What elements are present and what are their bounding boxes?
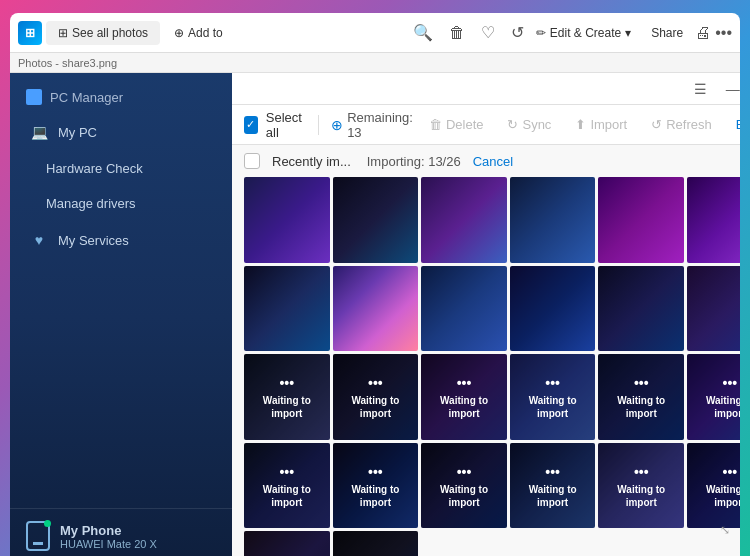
waiting-overlay: •••Waiting toimport bbox=[421, 443, 507, 529]
waiting-overlay: •••Waiting toimport bbox=[510, 443, 596, 529]
list-item[interactable] bbox=[244, 177, 330, 263]
refresh-icon: ↺ bbox=[651, 117, 662, 132]
sidebar: PC Manager 💻 My PC Hardware Check Manage… bbox=[10, 73, 232, 556]
gallery-section-label: Recently im... bbox=[272, 154, 351, 169]
delete-icon[interactable]: 🗑 bbox=[449, 24, 465, 42]
list-item[interactable] bbox=[510, 177, 596, 263]
gallery-select-checkbox[interactable] bbox=[244, 153, 260, 169]
list-item[interactable] bbox=[598, 266, 684, 352]
content-area: ☰ — ✕ ✓ Select all ⊕ Remaining: 13 bbox=[232, 73, 740, 556]
hamburger-menu-icon[interactable]: ☰ bbox=[689, 77, 713, 101]
list-item[interactable] bbox=[421, 177, 507, 263]
more-options-icon[interactable]: ••• bbox=[715, 24, 732, 42]
sync-button[interactable]: ↻ Sync bbox=[499, 113, 559, 136]
list-item[interactable]: •••Waiting toimport bbox=[421, 443, 507, 529]
chevron-down-icon: ▾ bbox=[625, 26, 631, 40]
see-all-button[interactable]: ⊞ See all photos bbox=[46, 21, 160, 45]
phone-icon: ▬ bbox=[26, 521, 50, 551]
sidebar-item-my-services[interactable]: ♥ My Services bbox=[10, 221, 232, 259]
refresh-button[interactable]: ↺ Refresh bbox=[643, 113, 720, 136]
delete-button[interactable]: 🗑 Delete bbox=[421, 113, 492, 136]
select-all-checkbox[interactable]: ✓ bbox=[244, 116, 258, 134]
photos-toolbar: ⊞ ⊞ See all photos ⊕ Add to 🔍 🗑 ♡ ↺ ✏ Ed… bbox=[10, 13, 740, 53]
sidebar-item-hardware-check[interactable]: Hardware Check bbox=[10, 151, 232, 186]
list-item[interactable]: •••Waiting toimport bbox=[598, 443, 684, 529]
waiting-overlay: •••Waiting toimport bbox=[687, 354, 740, 440]
waiting-overlay: •••Waiting toimport bbox=[687, 443, 740, 529]
app-window: ⊞ ⊞ See all photos ⊕ Add to 🔍 🗑 ♡ ↺ ✏ Ed… bbox=[10, 13, 740, 543]
waiting-overlay: •••Waiting to bbox=[244, 531, 330, 556]
waiting-overlay: •••Waiting toimport bbox=[244, 443, 330, 529]
pc-manager-icon bbox=[26, 89, 42, 105]
sync-icon: ↻ bbox=[507, 117, 518, 132]
main-content: PC Manager 💻 My PC Hardware Check Manage… bbox=[10, 73, 740, 556]
add-icon: ⊕ bbox=[174, 26, 184, 40]
list-item[interactable]: •••Waiting toimport bbox=[421, 354, 507, 440]
sidebar-title: PC Manager bbox=[50, 90, 123, 105]
phone-info: My Phone HUAWEI Mate 20 X bbox=[60, 523, 157, 550]
edit-create-button[interactable]: ✏ Edit & Create ▾ bbox=[528, 22, 639, 44]
sidebar-item-manage-drivers[interactable]: Manage drivers bbox=[10, 186, 232, 221]
rotate-icon[interactable]: ↺ bbox=[511, 23, 524, 42]
heart-services-icon: ♥ bbox=[30, 231, 48, 249]
list-item[interactable]: •••Waiting toimport bbox=[687, 443, 740, 529]
add-to-button[interactable]: ⊕ Add to bbox=[164, 21, 233, 45]
gallery-container[interactable]: Recently im... Importing: 13/26 Cancel bbox=[232, 145, 740, 556]
waiting-overlay: •••Waiting toimport bbox=[244, 354, 330, 440]
heart-icon[interactable]: ♡ bbox=[481, 23, 495, 42]
importing-status: Importing: 13/26 bbox=[367, 154, 461, 169]
select-all-label[interactable]: Select all bbox=[266, 110, 307, 140]
inner-window-header: ☰ — ✕ bbox=[232, 73, 740, 105]
list-item[interactable] bbox=[687, 177, 740, 263]
trash-icon: 🗑 bbox=[429, 117, 442, 132]
sidebar-phone-section: ▬ My Phone HUAWEI Mate 20 X bbox=[10, 508, 232, 556]
sidebar-item-my-pc[interactable]: 💻 My PC bbox=[10, 113, 232, 151]
cancel-import-button[interactable]: Cancel bbox=[473, 154, 513, 169]
list-item[interactable] bbox=[333, 266, 419, 352]
photos-logo: ⊞ bbox=[18, 21, 42, 45]
window-title: Photos - share3.png bbox=[10, 53, 740, 73]
list-item[interactable]: •••Waiting toimport bbox=[244, 443, 330, 529]
computer-icon: 💻 bbox=[30, 123, 48, 141]
sidebar-header: PC Manager bbox=[10, 81, 232, 113]
see-all-icon: ⊞ bbox=[58, 26, 68, 40]
list-item[interactable] bbox=[687, 266, 740, 352]
photo-grid: •••Waiting toimport •••Waiting toimport … bbox=[244, 177, 740, 556]
list-item[interactable]: •••Waiting toimport bbox=[598, 354, 684, 440]
waiting-overlay: •••Waiting to bbox=[333, 531, 419, 556]
list-item[interactable]: •••Waiting toimport bbox=[333, 443, 419, 529]
phone-status-dot bbox=[44, 520, 51, 527]
waiting-overlay: •••Waiting toimport bbox=[333, 443, 419, 529]
import-button[interactable]: ⬆ Import bbox=[567, 113, 635, 136]
content-toolbar: ✓ Select all ⊕ Remaining: 13 🗑 Delete ↻ … bbox=[232, 105, 740, 145]
remaining-count: Remaining: 13 bbox=[347, 110, 413, 140]
list-item[interactable]: •••Waiting toimport bbox=[244, 354, 330, 440]
remaining-icon: ⊕ bbox=[331, 117, 343, 133]
waiting-overlay: •••Waiting toimport bbox=[598, 354, 684, 440]
list-item[interactable]: •••Waiting toimport bbox=[510, 443, 596, 529]
back-button[interactable]: Back bbox=[728, 113, 740, 136]
gallery-header: Recently im... Importing: 13/26 Cancel bbox=[244, 153, 740, 169]
waiting-overlay: •••Waiting toimport bbox=[510, 354, 596, 440]
list-item[interactable] bbox=[421, 266, 507, 352]
waiting-overlay: •••Waiting toimport bbox=[598, 443, 684, 529]
list-item[interactable]: •••Waiting toimport bbox=[333, 354, 419, 440]
remaining-badge: ⊕ Remaining: 13 bbox=[331, 110, 413, 140]
zoom-icon[interactable]: 🔍 bbox=[413, 23, 433, 42]
print-icon[interactable]: 🖨 bbox=[695, 24, 711, 42]
import-icon: ⬆ bbox=[575, 117, 586, 132]
list-item[interactable]: •••Waiting to bbox=[333, 531, 419, 556]
list-item[interactable] bbox=[510, 266, 596, 352]
minimize-button[interactable]: — bbox=[721, 77, 740, 101]
toolbar-icons: 🔍 🗑 ♡ ↺ bbox=[413, 23, 524, 42]
waiting-overlay: •••Waiting toimport bbox=[333, 354, 419, 440]
list-item[interactable] bbox=[598, 177, 684, 263]
list-item[interactable]: •••Waiting toimport bbox=[510, 354, 596, 440]
share-button[interactable]: Share bbox=[643, 22, 691, 44]
list-item[interactable] bbox=[244, 266, 330, 352]
waiting-overlay: •••Waiting toimport bbox=[421, 354, 507, 440]
list-item[interactable]: •••Waiting to bbox=[244, 531, 330, 556]
resize-handle[interactable]: ⤡ bbox=[720, 523, 734, 537]
list-item[interactable] bbox=[333, 177, 419, 263]
list-item[interactable]: •••Waiting toimport bbox=[687, 354, 740, 440]
